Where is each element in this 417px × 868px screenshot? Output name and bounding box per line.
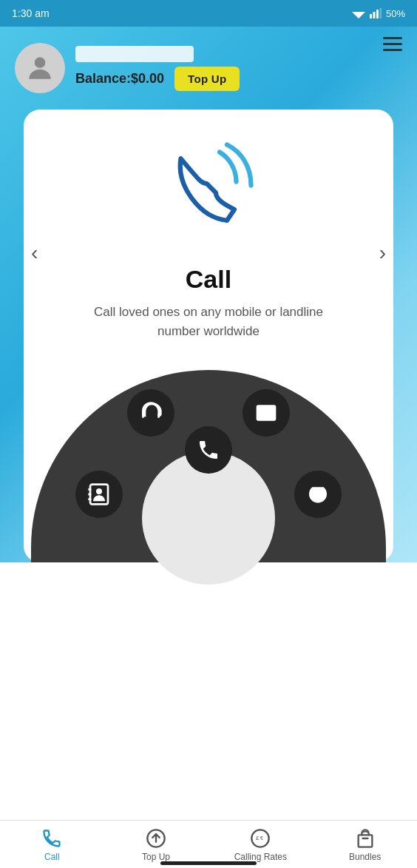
svg-rect-2 bbox=[373, 12, 375, 18]
power-icon bbox=[306, 482, 330, 506]
svg-point-5 bbox=[35, 57, 46, 68]
message-icon bbox=[254, 401, 278, 425]
nav-call-icon bbox=[197, 438, 220, 462]
nav-call-button[interactable] bbox=[185, 426, 232, 474]
svg-marker-0 bbox=[352, 12, 365, 18]
feature-card: ‹ › Call Call loved ones on any mobile o… bbox=[24, 110, 393, 562]
tab-bundles-icon bbox=[355, 828, 376, 849]
hero-section: Balance:$0.00 Top Up ‹ › Call Call loved… bbox=[0, 27, 417, 562]
user-row: Balance:$0.00 Top Up bbox=[15, 43, 402, 93]
status-bar: 1:30 am 50% bbox=[0, 0, 417, 27]
svg-text:€: € bbox=[260, 835, 263, 841]
call-feature-icon bbox=[153, 135, 264, 246]
status-time: 1:30 am bbox=[12, 7, 50, 19]
contacts-icon bbox=[87, 482, 111, 506]
menu-button[interactable] bbox=[383, 37, 402, 51]
svg-rect-3 bbox=[376, 10, 379, 18]
svg-rect-1 bbox=[370, 14, 372, 18]
card-title: Call bbox=[186, 265, 231, 294]
username-bar bbox=[75, 46, 194, 62]
call-icon-wrap bbox=[149, 132, 268, 250]
tab-call-icon bbox=[41, 828, 62, 849]
avatar bbox=[15, 43, 65, 93]
tab-bundles-label: Bundles bbox=[349, 852, 381, 862]
semicircle-nav bbox=[38, 370, 379, 562]
svg-point-8 bbox=[96, 488, 102, 494]
bottom-pill bbox=[160, 861, 257, 865]
next-arrow-button[interactable]: › bbox=[372, 243, 393, 263]
nav-message-button[interactable] bbox=[243, 389, 290, 437]
prev-arrow-button[interactable]: ‹ bbox=[24, 243, 45, 263]
balance-row: Balance:$0.00 Top Up bbox=[75, 67, 240, 91]
nav-power-button[interactable] bbox=[294, 471, 342, 518]
status-icons: 50% bbox=[352, 8, 405, 19]
tab-callingrates[interactable]: £ € Calling Rates bbox=[234, 828, 287, 862]
user-info: Balance:$0.00 Top Up bbox=[75, 46, 240, 91]
wifi-icon bbox=[352, 8, 365, 18]
callingrates-tab-icon: £ € bbox=[250, 828, 271, 849]
signal-icon bbox=[370, 8, 382, 18]
tab-callingrates-icon: £ € bbox=[250, 828, 271, 849]
tab-bundles[interactable]: Bundles bbox=[339, 828, 391, 862]
nav-contacts-button[interactable] bbox=[75, 471, 123, 518]
tab-topup-label: Top Up bbox=[142, 852, 170, 862]
balance-display: Balance:$0.00 bbox=[75, 71, 164, 87]
tab-call-label: Call bbox=[44, 852, 60, 862]
topup-tab-icon bbox=[146, 828, 166, 849]
card-description: Call loved ones on any mobile or landlin… bbox=[90, 303, 327, 340]
tab-topup-icon bbox=[146, 828, 166, 849]
nav-support-button[interactable] bbox=[127, 389, 174, 437]
tab-callingrates-label: Calling Rates bbox=[234, 852, 287, 862]
call-tab-icon bbox=[41, 828, 62, 849]
svg-rect-4 bbox=[379, 8, 382, 18]
bundles-tab-icon bbox=[355, 828, 376, 849]
topup-hero-button[interactable]: Top Up bbox=[174, 67, 240, 91]
tab-bar: Call Top Up £ € Calling Rates bbox=[0, 820, 417, 868]
svg-rect-17 bbox=[358, 835, 372, 847]
user-avatar-icon bbox=[24, 52, 56, 84]
headset-icon bbox=[139, 401, 163, 425]
tab-topup[interactable]: Top Up bbox=[130, 828, 182, 862]
battery-text: 50% bbox=[386, 8, 405, 19]
tab-call[interactable]: Call bbox=[26, 828, 78, 862]
svg-text:£: £ bbox=[256, 835, 259, 841]
